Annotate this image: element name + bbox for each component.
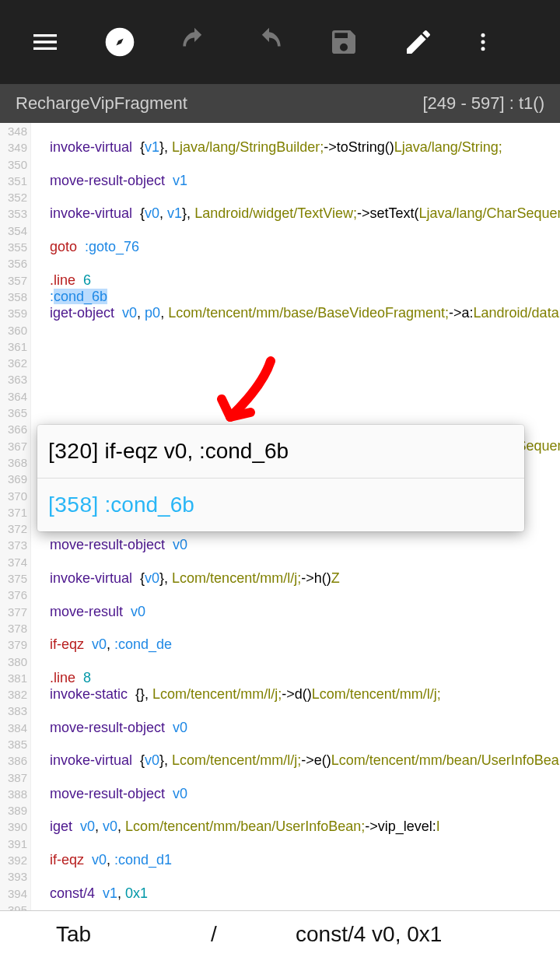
undo-button[interactable] xyxy=(157,0,232,84)
code-line[interactable] xyxy=(31,388,560,405)
gutter-line: 371 xyxy=(0,504,27,521)
file-range: [249 - 597] : t1() xyxy=(422,93,544,114)
code-line[interactable] xyxy=(31,338,560,355)
code-line[interactable] xyxy=(31,703,560,719)
pencil-icon xyxy=(403,26,434,58)
gutter-line: 383 xyxy=(0,703,27,719)
gutter-line: 377 xyxy=(0,604,27,620)
gutter-line: 350 xyxy=(0,156,27,173)
code-line[interactable] xyxy=(31,255,560,272)
gutter-line: 386 xyxy=(0,752,27,769)
code-line[interactable] xyxy=(31,355,560,371)
gutter-line: 379 xyxy=(0,636,27,653)
gutter-line: 349 xyxy=(0,139,27,156)
bottom-tab[interactable]: Tab xyxy=(0,922,148,947)
code-line[interactable] xyxy=(31,836,560,852)
gutter-line: 381 xyxy=(0,670,27,686)
code-line[interactable] xyxy=(31,654,560,670)
gutter-line: 384 xyxy=(0,720,27,736)
code-line[interactable]: invoke-virtual {v0}, Lcom/tencent/mm/l/j… xyxy=(31,752,560,769)
code-line[interactable]: iget-object v0, p0, Lcom/tencent/mm/base… xyxy=(31,305,560,321)
gutter-line: 359 xyxy=(0,305,27,321)
gutter-line: 370 xyxy=(0,488,27,504)
code-line[interactable] xyxy=(31,405,560,421)
code-line[interactable]: goto :goto_76 xyxy=(31,239,560,255)
gutter-line: 395 xyxy=(0,902,27,910)
code-line[interactable]: move-result-object v0 xyxy=(31,786,560,802)
code-line[interactable] xyxy=(31,189,560,205)
redo-button[interactable] xyxy=(232,0,306,84)
code-line[interactable] xyxy=(31,902,560,910)
code-line[interactable]: move-result-object v1 xyxy=(31,173,560,189)
gutter-line: 368 xyxy=(0,454,27,471)
navigate-button[interactable] xyxy=(82,0,157,84)
code-line[interactable] xyxy=(31,223,560,239)
edit-button[interactable] xyxy=(381,0,456,84)
code-line[interactable] xyxy=(31,620,560,636)
code-line[interactable]: if-eqz v0, :cond_d1 xyxy=(31,852,560,868)
goto-popup: [320] if-eqz v0, :cond_6b [358] :cond_6b xyxy=(37,425,524,531)
arrow-annotation xyxy=(187,356,280,434)
gutter-line: 378 xyxy=(0,620,27,636)
gutter-line: 351 xyxy=(0,173,27,189)
code-line[interactable]: move-result-object v0 xyxy=(31,537,560,553)
gutter-line: 369 xyxy=(0,471,27,487)
popup-item-num: [320] xyxy=(48,439,99,463)
code-line[interactable] xyxy=(31,736,560,752)
code-line[interactable]: invoke-virtual {v0, v1}, Landroid/widget… xyxy=(31,205,560,222)
undo-icon xyxy=(177,25,212,59)
bottom-slash[interactable]: / xyxy=(148,922,280,947)
toolbar xyxy=(0,0,560,84)
code-line[interactable] xyxy=(31,371,560,387)
code-line[interactable]: invoke-virtual {v1}, Ljava/lang/StringBu… xyxy=(31,139,560,156)
gutter-line: 373 xyxy=(0,537,27,553)
gutter-line: 390 xyxy=(0,819,27,835)
gutter-line: 382 xyxy=(0,686,27,703)
gutter-line: 392 xyxy=(0,852,27,868)
code-line[interactable] xyxy=(31,156,560,173)
code-line[interactable]: .line 6 xyxy=(31,272,560,289)
code-line[interactable]: move-result-object v0 xyxy=(31,720,560,736)
code-line[interactable]: move-result v0 xyxy=(31,604,560,620)
gutter-line: 352 xyxy=(0,189,27,205)
code-line[interactable] xyxy=(31,802,560,819)
code-editor[interactable]: 3483493503513523533543553563573583593603… xyxy=(0,123,560,910)
gutter-line: 355 xyxy=(0,239,27,255)
overflow-button[interactable] xyxy=(456,0,510,84)
code-line[interactable] xyxy=(31,123,560,139)
code-line[interactable] xyxy=(31,587,560,603)
gutter-line: 388 xyxy=(0,786,27,802)
menu-button[interactable] xyxy=(8,0,82,84)
popup-item[interactable]: [320] if-eqz v0, :cond_6b xyxy=(37,425,524,478)
code-line[interactable]: .line 8 xyxy=(31,670,560,686)
code-line[interactable]: if-eqz v0, :cond_de xyxy=(31,636,560,653)
gutter-line: 353 xyxy=(0,205,27,222)
gutter-line: 375 xyxy=(0,570,27,587)
code-line[interactable]: iget v0, v0, Lcom/tencent/mm/bean/UserIn… xyxy=(31,819,560,835)
more-vert-icon xyxy=(471,26,495,58)
gutter-line: 391 xyxy=(0,836,27,852)
code-line[interactable]: invoke-virtual {v0}, Lcom/tencent/mm/l/j… xyxy=(31,570,560,587)
hamburger-icon xyxy=(30,26,61,58)
bottom-snippet[interactable]: const/4 v0, 0x1 xyxy=(280,922,560,947)
gutter-line: 389 xyxy=(0,802,27,819)
code-line[interactable] xyxy=(31,868,560,885)
code-line[interactable] xyxy=(31,554,560,570)
gutter-line: 361 xyxy=(0,338,27,355)
gutter-line: 363 xyxy=(0,371,27,387)
code-line[interactable] xyxy=(31,322,560,338)
gutter-line: 356 xyxy=(0,255,27,272)
save-button[interactable] xyxy=(306,0,381,84)
gutter-line: 372 xyxy=(0,521,27,537)
code-line[interactable]: :cond_6b xyxy=(31,289,560,305)
popup-item-text: :cond_6b xyxy=(99,493,194,517)
svg-point-2 xyxy=(481,40,485,44)
code-line[interactable]: invoke-static {}, Lcom/tencent/mm/l/j;->… xyxy=(31,686,560,703)
code-line[interactable] xyxy=(31,769,560,786)
file-title: RechargeVipFragment xyxy=(16,93,187,114)
code-line[interactable]: const/4 v1, 0x1 xyxy=(31,885,560,902)
gutter-line: 348 xyxy=(0,123,27,139)
gutter-line: 357 xyxy=(0,272,27,289)
save-icon xyxy=(328,26,359,58)
popup-item[interactable]: [358] :cond_6b xyxy=(37,478,524,531)
